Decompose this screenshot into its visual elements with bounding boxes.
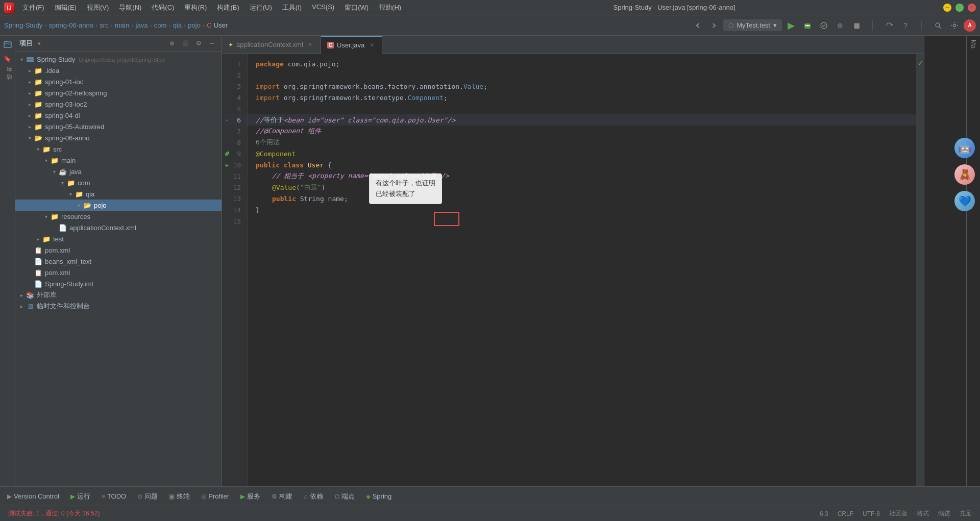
tree-item-spring02[interactable]: ▸ 📁 spring-02-hellospring <box>15 87 222 98</box>
minimize-button[interactable]: ─ <box>943 4 951 12</box>
bottom-btn-terminal[interactable]: ▣ 终端 <box>164 490 195 503</box>
gutter-fold-6[interactable]: ▸ <box>223 116 231 124</box>
debug-button[interactable] <box>800 18 815 33</box>
bottom-btn-problems[interactable]: ⊙ 问题 <box>132 490 163 503</box>
tree-arrow-resources[interactable]: ▾ <box>42 214 50 219</box>
panel-minimize-button[interactable]: ─ <box>206 38 217 49</box>
menu-code[interactable]: 代码(C) <box>148 2 178 13</box>
back-button[interactable] <box>691 18 705 33</box>
status-format[interactable]: 格式 <box>913 508 933 519</box>
ma-label[interactable]: Ma- <box>966 36 980 486</box>
tree-arrow-src[interactable]: ▾ <box>34 146 42 152</box>
tree-arrow-pojo[interactable]: ▾ <box>75 203 83 208</box>
menu-refactor[interactable]: 重构(R) <box>180 2 211 13</box>
tree-item-pojo[interactable]: ▾ 📂 pojo <box>15 200 222 211</box>
project-icon[interactable] <box>1 38 14 51</box>
panel-gear-button[interactable]: ⚙ <box>193 38 204 49</box>
menu-edit[interactable]: 编辑(E) <box>51 2 81 13</box>
breadcrumb-spring-study[interactable]: Spring-Study <box>4 21 42 29</box>
tree-arrow-root[interactable]: ▾ <box>17 57 26 62</box>
tree-arrow-qia[interactable]: ▾ <box>66 191 75 197</box>
bottom-btn-build[interactable]: ⚙ 构建 <box>266 490 298 503</box>
tree-arrow-spring06[interactable]: ▾ <box>26 135 34 141</box>
breadcrumb-java[interactable]: java <box>136 21 148 29</box>
maximize-button[interactable]: □ <box>955 4 964 12</box>
status-crlf[interactable]: CRLF <box>834 509 857 518</box>
tree-item-pom2[interactable]: ▸ 📋 pom.xml <box>15 267 222 278</box>
avatar-button[interactable]: A <box>964 19 976 32</box>
tree-arrow-spring04[interactable]: ▸ <box>26 113 34 118</box>
settings-button[interactable] <box>947 18 962 33</box>
tree-item-spring06[interactable]: ▾ 📂 spring-06-anno <box>15 132 222 143</box>
bottom-btn-run[interactable]: ▶ 运行 <box>65 490 95 503</box>
tree-item-spring05[interactable]: ▸ 📁 spring-05-Autowired <box>15 121 222 132</box>
tree-item-com[interactable]: ▾ 📁 com <box>15 177 222 188</box>
tree-item-main[interactable]: ▾ 📁 main <box>15 155 222 166</box>
bottom-btn-endpoints[interactable]: ⌬ 端点 <box>329 490 360 503</box>
close-button[interactable]: ✕ <box>968 4 976 12</box>
code-content[interactable]: package com.qia.pojo; import org.springf… <box>248 54 916 486</box>
breadcrumb-user[interactable]: User <box>214 21 228 29</box>
status-spaces[interactable]: 缩进 <box>934 508 954 519</box>
tab-user-java[interactable]: C User.java ✕ <box>321 36 382 54</box>
bottom-btn-todo[interactable]: ≡ TODO <box>96 490 131 502</box>
tree-arrow-idea[interactable]: ▸ <box>26 68 34 73</box>
status-encoding[interactable]: UTF-8 <box>859 509 884 518</box>
run-button[interactable]: ▶ <box>784 18 798 33</box>
avatar-blue[interactable]: 🤖 <box>954 138 975 158</box>
tree-item-java[interactable]: ▾ ☕ java <box>15 166 222 177</box>
tree-item-spring04[interactable]: ▸ 📁 spring-04-di <box>15 110 222 121</box>
help-button[interactable]: ? <box>898 18 913 33</box>
breadcrumb-pojo[interactable]: pojo <box>188 21 201 29</box>
tree-item-spring03[interactable]: ▸ 📁 spring-03-ioc2 <box>15 98 222 110</box>
tab-close-appcontext[interactable]: ✕ <box>306 41 314 49</box>
tree-arrow-java[interactable]: ▾ <box>50 169 58 175</box>
tree-item-appcontext[interactable]: ▸ 📄 applicationContext.xml <box>15 222 222 233</box>
bottom-btn-services[interactable]: ▶ 服务 <box>235 490 265 503</box>
menu-run[interactable]: 运行(U) <box>246 2 276 13</box>
tree-item-qia[interactable]: ▾ 📁 qia <box>15 188 222 200</box>
tree-item-beans[interactable]: ▸ 📄 beans_xml_text <box>15 256 222 267</box>
forward-button[interactable] <box>707 18 721 33</box>
tree-item-root[interactable]: ▾ Spring-Study D:\project\idea project\S… <box>15 54 222 65</box>
avatar-light[interactable]: 💙 <box>954 191 975 211</box>
tree-item-scratch[interactable]: ▸ 🖥 临时文件和控制台 <box>15 301 222 312</box>
tab-close-user[interactable]: ✕ <box>368 41 376 49</box>
panel-layout-button[interactable]: ☰ <box>180 38 191 49</box>
tree-item-spring01[interactable]: ▸ 📁 spring-01-ioc <box>15 76 222 87</box>
run-gutter-icon[interactable]: ▶ <box>223 161 231 169</box>
tree-item-resources[interactable]: ▾ 📁 resources <box>15 211 222 222</box>
tree-item-external-libs[interactable]: ▸ 📚 外部库 <box>15 289 222 301</box>
avatar-pink[interactable]: 🧸 <box>954 164 975 185</box>
bottom-btn-spring[interactable]: ◈ Spring <box>361 490 397 502</box>
tree-arrow-scratch[interactable]: ▸ <box>17 304 26 309</box>
tree-arrow-external-libs[interactable]: ▸ <box>17 292 26 298</box>
status-position[interactable]: 6:3 <box>816 509 832 518</box>
tree-arrow-spring03[interactable]: ▸ <box>26 102 34 107</box>
tab-applicationcontext[interactable]: ✦ applicationContext.xml ✕ <box>222 36 321 54</box>
tree-arrow-spring02[interactable]: ▸ <box>26 90 34 96</box>
stop-button[interactable]: ◼ <box>849 18 864 33</box>
tree-arrow-spring01[interactable]: ▸ <box>26 79 34 85</box>
breadcrumb-main[interactable]: main <box>115 21 129 29</box>
menu-window[interactable]: 窗口(W) <box>340 2 373 13</box>
tree-item-src[interactable]: ▾ 📁 src <box>15 143 222 155</box>
menu-navigate[interactable]: 导航(N) <box>115 2 145 13</box>
breadcrumb-qia[interactable]: qia <box>173 21 182 29</box>
search-everywhere-button[interactable] <box>931 18 945 33</box>
tree-arrow-com[interactable]: ▾ <box>58 180 66 186</box>
menu-tools[interactable]: 工具(I) <box>278 2 306 13</box>
breadcrumb-src[interactable]: src <box>100 21 108 29</box>
run-config-selector[interactable]: ⬡ MyTest.test ▾ <box>723 19 782 31</box>
bottom-btn-dependencies[interactable]: ⌂ 依赖 <box>299 490 328 503</box>
sync-button[interactable] <box>882 18 896 33</box>
tree-arrow-test[interactable]: ▸ <box>34 236 42 242</box>
profile-button[interactable]: ⊕ <box>833 18 847 33</box>
breadcrumb-spring-06-anno[interactable]: spring-06-anno <box>49 21 93 29</box>
menu-vcs[interactable]: VCS(S) <box>308 2 338 13</box>
tree-item-test[interactable]: ▸ 📁 test <box>15 233 222 244</box>
menu-build[interactable]: 构建(B) <box>213 2 243 13</box>
tree-arrow-main[interactable]: ▾ <box>42 158 50 163</box>
tree-item-iml[interactable]: ▸ 📄 Spring-Study.iml <box>15 278 222 289</box>
panel-dropdown-icon[interactable]: ▾ <box>38 40 41 47</box>
